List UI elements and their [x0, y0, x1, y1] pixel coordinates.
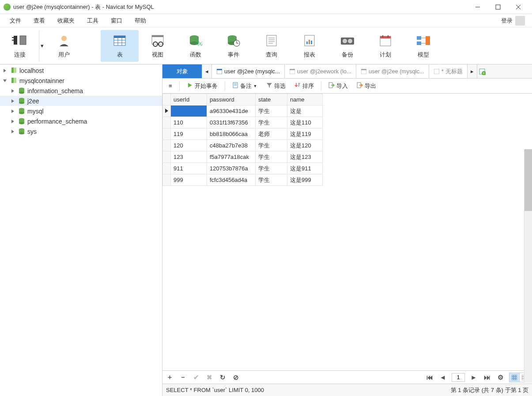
tab-data[interactable]: * 无标题 [429, 64, 468, 78]
commit-button[interactable]: ✔ [192, 373, 200, 382]
tab-objects[interactable]: 对象 [162, 64, 202, 78]
filter-button[interactable]: 筛选 [263, 80, 289, 92]
tree-db-j2ee[interactable]: j2ee [0, 96, 162, 106]
toolbar-backup[interactable]: 备份 [328, 30, 366, 62]
table-row[interactable]: 1100331f13f67356学生这是110 [163, 117, 323, 128]
scrollbar-thumb[interactable] [524, 149, 532, 211]
cell[interactable]: 学生 [256, 117, 287, 128]
page-input[interactable] [452, 373, 465, 382]
menu-file[interactable]: 文件 [4, 14, 27, 27]
last-page-button[interactable]: ⏭ [483, 373, 491, 382]
tab-scroll-right[interactable]: ▸ [468, 64, 477, 78]
toolbar-table[interactable]: 表 [101, 30, 139, 62]
menu-button[interactable]: ≡ [165, 81, 176, 91]
close-button[interactable] [508, 0, 528, 14]
settings-button[interactable]: ⚙ [496, 373, 505, 382]
expander-icon[interactable] [10, 118, 16, 124]
cell[interactable]: 这是999 [287, 174, 323, 186]
cancel-button[interactable]: ✖ [205, 373, 214, 382]
menu-help[interactable]: 帮助 [128, 14, 152, 27]
export-button[interactable]: 导出 [353, 80, 380, 92]
tab-data-active[interactable]: user @j2ee (mysqlc... [212, 64, 285, 78]
next-page-button[interactable]: ► [469, 373, 478, 382]
expander-icon[interactable] [2, 68, 8, 74]
new-tab-button[interactable]: + [477, 64, 487, 78]
grid-view-button[interactable] [509, 373, 519, 382]
column-header-name[interactable]: name [287, 94, 323, 106]
toolbar-report[interactable]: 报表 [291, 30, 328, 62]
cell[interactable]: 这是110 [287, 117, 323, 128]
delete-row-button[interactable]: － [178, 373, 187, 382]
expander-icon[interactable] [10, 88, 16, 94]
cell[interactable]: c48ba27b7e38 [207, 140, 256, 151]
expander-icon[interactable] [10, 108, 16, 114]
table-row[interactable]: 123f5a7977a18cak学生这是123 [163, 151, 323, 163]
cell[interactable]: fcfc3d456ad4a [207, 174, 256, 186]
tab-data[interactable]: user @j2eework (lo... [285, 64, 356, 78]
cell[interactable]: 这是911 [287, 163, 323, 174]
table-row[interactable]: 911120753b7876a学生这是911 [163, 163, 323, 174]
add-row-button[interactable]: ＋ [165, 373, 174, 382]
menu-window[interactable]: 窗口 [105, 14, 128, 27]
expander-open-icon[interactable] [2, 78, 8, 84]
toolbar-user[interactable]: 用户 [45, 30, 83, 62]
cell[interactable]: 123 [171, 151, 207, 163]
cell[interactable]: f5a7977a18cak [207, 151, 256, 163]
expander-icon[interactable] [10, 98, 16, 104]
cell[interactable]: 999 [171, 174, 207, 186]
cell[interactable]: 120753b7876a [207, 163, 256, 174]
cell[interactable]: 学生 [256, 151, 287, 163]
import-button[interactable]: 导入 [325, 80, 351, 92]
cell[interactable]: 学生 [256, 174, 287, 186]
cell[interactable]: 120 [171, 140, 207, 151]
tree-host-localhost[interactable]: localhost [0, 65, 162, 75]
refresh-button[interactable]: ↻ [218, 373, 227, 382]
vertical-scrollbar[interactable] [524, 149, 532, 383]
menu-tools[interactable]: 工具 [81, 14, 105, 27]
expander-icon[interactable] [10, 128, 16, 135]
data-grid[interactable]: userIdpasswordstatename a96330e431de学生这是… [162, 94, 323, 186]
cell[interactable]: 学生 [256, 106, 287, 117]
tree-db-mysql[interactable]: mysql [0, 106, 162, 116]
cell[interactable]: 学生 [256, 140, 287, 151]
toolbar-function[interactable]: f(x) 函数 [177, 30, 215, 62]
cell[interactable]: 这是 [287, 106, 323, 117]
cell[interactable]: 0331f13f67356 [207, 117, 256, 128]
menu-view[interactable]: 查看 [27, 14, 51, 27]
cell[interactable]: 这是123 [287, 151, 323, 163]
tree-db-performance_schema[interactable]: performance_schema [0, 116, 162, 126]
toolbar-query[interactable]: 查询 [253, 30, 291, 62]
minimize-button[interactable] [468, 0, 488, 14]
cell[interactable]: 学生 [256, 163, 287, 174]
cell[interactable] [171, 106, 207, 117]
note-button[interactable]: 备注 ▼ [229, 80, 261, 92]
cell[interactable]: 这是120 [287, 140, 323, 151]
table-row[interactable]: 119bb818b066caa老师这是119 [163, 128, 323, 140]
tab-scroll-left[interactable]: ◂ [202, 64, 212, 78]
cell[interactable]: bb818b066caa [207, 128, 256, 140]
toolbar-plan[interactable]: 计划 [366, 30, 404, 62]
tree-db-information_schema[interactable]: information_schema [0, 86, 162, 96]
toolbar-view[interactable]: 视图 [139, 30, 177, 62]
column-header-userId[interactable]: userId [171, 94, 207, 106]
cell[interactable]: 老师 [256, 128, 287, 140]
sort-button[interactable]: 排序 [291, 80, 317, 92]
cell[interactable]: 911 [171, 163, 207, 174]
cell[interactable]: a96330e431de [207, 106, 256, 117]
tree-db-sys[interactable]: sys [0, 126, 162, 136]
table-row[interactable]: 999fcfc3d456ad4a学生这是999 [163, 174, 323, 186]
prev-page-button[interactable]: ◄ [438, 373, 447, 382]
table-row[interactable]: 120c48ba27b7e38学生这是120 [163, 140, 323, 151]
cell[interactable]: 119 [171, 128, 207, 140]
chevron-down-icon[interactable]: ▾ [39, 30, 45, 62]
toolbar-connection[interactable]: 连接 ▾ [4, 30, 45, 62]
first-page-button[interactable]: ⏮ [425, 373, 434, 382]
connection-tree[interactable]: localhost mysqlcontainner information_sc… [0, 64, 162, 396]
stop-button[interactable]: ⊘ [231, 373, 240, 382]
cell[interactable]: 110 [171, 117, 207, 128]
menu-favorites[interactable]: 收藏夹 [51, 14, 81, 27]
toolbar-event[interactable]: 事件 [215, 30, 253, 62]
tree-host-mysqlcontainner[interactable]: mysqlcontainner [0, 75, 162, 86]
table-row[interactable]: a96330e431de学生这是 [163, 106, 323, 117]
column-header-state[interactable]: state [256, 94, 287, 106]
